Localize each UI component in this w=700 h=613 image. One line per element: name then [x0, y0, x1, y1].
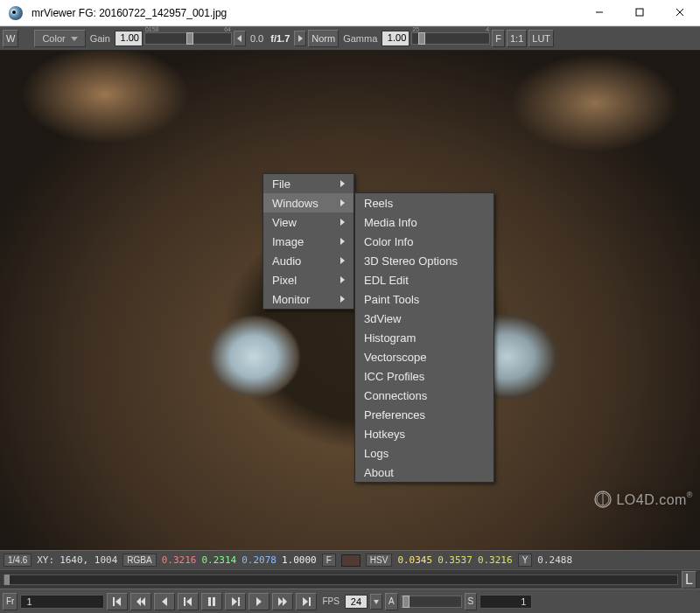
submenu-item-paint-tools[interactable]: Paint Tools	[355, 289, 494, 309]
menu-item-windows[interactable]: Windows	[263, 193, 354, 212]
timeline-track[interactable]	[4, 575, 678, 585]
h-value: 0.0345	[397, 554, 432, 566]
submenu-item-icc-profiles[interactable]: ICC Profiles	[355, 366, 494, 386]
svg-marker-13	[186, 597, 192, 606]
submenu-item-reels[interactable]: Reels	[355, 193, 494, 212]
top-toolbar: W Color Gain 1.00 015864 0.0 f/1.7 Norm …	[0, 26, 700, 51]
svg-rect-1	[636, 9, 643, 16]
svg-marker-16	[232, 597, 237, 606]
submenu-item-hotkeys[interactable]: Hotkeys	[355, 424, 494, 443]
frame-input[interactable]: 1	[20, 595, 104, 609]
loop-button[interactable]: L	[682, 571, 696, 589]
svg-marker-9	[136, 597, 141, 606]
hsv-button[interactable]: HSV	[366, 554, 393, 567]
menu-item-view[interactable]: View	[263, 212, 354, 232]
transport-bar: Fr 1 FPS 24 A S 1	[0, 589, 700, 613]
end-frame-input[interactable]: 1	[480, 595, 532, 609]
submenu-arrow-icon	[340, 238, 345, 245]
svg-marker-10	[141, 597, 145, 606]
svg-rect-12	[184, 597, 186, 606]
gain-label: Gain	[88, 33, 113, 44]
w-button[interactable]: W	[3, 30, 18, 47]
frame-back-button[interactable]	[154, 593, 175, 610]
submenu-item-preferences[interactable]: Preferences	[355, 405, 494, 424]
submenu-item-connections[interactable]: Connections	[355, 386, 494, 405]
scrub-slider[interactable]	[401, 596, 462, 608]
submenu-item-logs[interactable]: Logs	[355, 443, 494, 463]
context-menu[interactable]: FileWindowsViewImageAudioPixelMonitor	[262, 173, 354, 310]
svg-marker-8	[116, 597, 121, 606]
submenu-item-media-info[interactable]: Media Info	[355, 212, 494, 232]
submenu-item-histogram[interactable]: Histogram	[355, 328, 494, 347]
f-status-button[interactable]: F	[322, 554, 336, 567]
submenu-arrow-icon	[340, 199, 345, 206]
fstop-right-button[interactable]	[294, 31, 306, 46]
svg-marker-20	[283, 597, 287, 606]
fstop-left-button[interactable]	[234, 31, 246, 46]
zoom-display[interactable]: 1/4.6	[4, 554, 32, 567]
play-back-button[interactable]	[178, 593, 199, 610]
menu-item-monitor[interactable]: Monitor	[263, 289, 354, 309]
close-button[interactable]	[660, 0, 700, 26]
fps-down-button[interactable]	[370, 594, 382, 610]
f-button[interactable]: F	[492, 30, 505, 47]
submenu-arrow-icon	[340, 180, 345, 187]
xy-value: 1640, 1004	[60, 554, 117, 566]
rgba-button[interactable]: RGBA	[122, 554, 156, 567]
menu-item-file[interactable]: File	[263, 174, 354, 193]
submenu-item-about[interactable]: About	[355, 463, 494, 482]
norm-button[interactable]: Norm	[308, 30, 339, 47]
submenu-item-3dview[interactable]: 3dView	[355, 309, 494, 328]
app-name: mrViewer	[32, 7, 75, 19]
color-swatch	[341, 554, 360, 567]
gain-slider[interactable]: 015864	[144, 32, 232, 45]
app-icon	[9, 6, 23, 20]
svg-rect-7	[113, 597, 115, 606]
g-value: 0.2314	[201, 554, 236, 566]
frame-forward-button[interactable]	[248, 593, 270, 610]
file-label: FG: 20160722_142957_001.jpg	[79, 7, 227, 19]
submenu-arrow-icon	[340, 219, 345, 226]
gamma-input[interactable]: 1.00	[382, 31, 410, 46]
maximize-button[interactable]	[620, 0, 660, 26]
svg-marker-11	[162, 597, 167, 606]
step-forward-button[interactable]	[272, 593, 293, 610]
menu-item-audio[interactable]: Audio	[263, 251, 354, 270]
s-button[interactable]: S	[465, 593, 478, 610]
a-value: 1.0000	[282, 554, 317, 566]
step-back-button[interactable]	[130, 593, 151, 610]
color-dropdown[interactable]: Color	[34, 30, 85, 47]
svg-marker-23	[374, 600, 379, 604]
minimize-button[interactable]	[579, 0, 620, 26]
submenu-item-edl-edit[interactable]: EDL Edit	[355, 270, 494, 289]
ratio-button[interactable]: 1:1	[507, 30, 527, 47]
y-button[interactable]: Y	[518, 554, 533, 567]
submenu-item-color-info[interactable]: Color Info	[355, 232, 494, 251]
submenu-item-vectorscope[interactable]: Vectorscope	[355, 347, 494, 366]
svg-rect-22	[309, 597, 311, 606]
svg-rect-14	[208, 597, 211, 606]
fr-button[interactable]: Fr	[3, 593, 18, 610]
gamma-slider[interactable]: 254	[411, 32, 490, 45]
window-titlebar: mrViewer FG: 20160722_142957_001.jpg	[0, 0, 700, 26]
s-value: 0.3537	[438, 554, 472, 566]
gain-input[interactable]: 1.00	[115, 31, 143, 46]
image-viewport[interactable]: FileWindowsViewImageAudioPixelMonitor Re…	[0, 51, 700, 550]
menu-item-image[interactable]: Image	[263, 232, 354, 251]
go-end-button[interactable]	[296, 593, 317, 610]
submenu-item-3d-stereo-options[interactable]: 3D Stereo Options	[355, 251, 494, 270]
a-button[interactable]: A	[385, 593, 398, 610]
play-forward-button[interactable]	[225, 593, 246, 610]
fstop-value: 0.0	[248, 33, 266, 44]
svg-rect-17	[238, 597, 240, 606]
svg-marker-5	[298, 35, 303, 42]
svg-marker-4	[237, 35, 242, 42]
pause-button[interactable]	[201, 593, 222, 610]
menu-item-pixel[interactable]: Pixel	[263, 270, 354, 289]
windows-submenu[interactable]: ReelsMedia InfoColor Info3D Stereo Optio…	[354, 192, 494, 483]
submenu-arrow-icon	[340, 296, 345, 303]
color-label: Color	[42, 33, 65, 44]
lut-button[interactable]: LUT	[528, 30, 554, 47]
fps-input[interactable]: 24	[345, 595, 368, 609]
go-start-button[interactable]	[107, 593, 128, 610]
